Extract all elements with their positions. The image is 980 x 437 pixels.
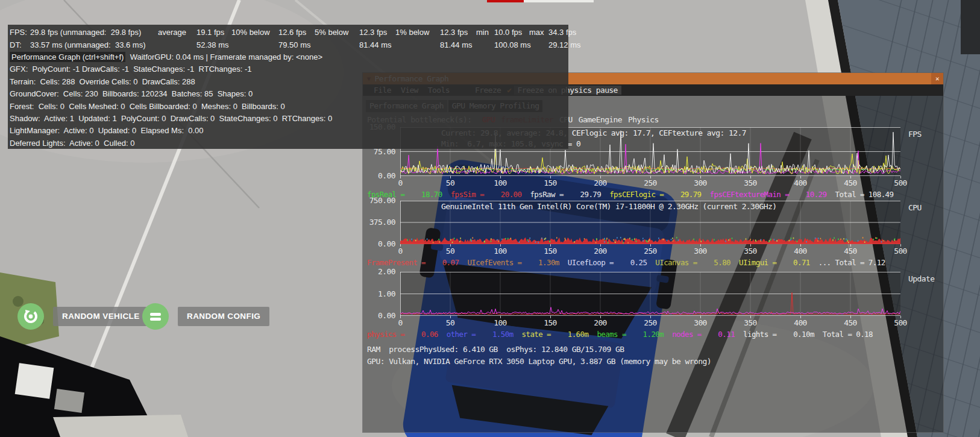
stats-cell: 29.8 fps (unmanaged: 29.8 fps) <box>30 26 158 39</box>
stats-row: DT:33.57 ms (unmanaged: 33.6 ms)52.38 ms… <box>10 39 568 51</box>
legend-item: ... Total = 7.12 <box>818 258 885 267</box>
x-axis-label: 450 <box>838 319 862 327</box>
graph-legend-fps: fpsReal = 18.70fpsSim = 20.00fpsRaw = 29… <box>367 190 893 199</box>
x-axis-label: 250 <box>638 247 662 255</box>
x-axis-label: 100 <box>488 247 512 255</box>
stats-cell: min <box>476 26 494 39</box>
x-axis-label: 50 <box>438 179 462 187</box>
x-axis-label: 500 <box>888 247 912 255</box>
x-axis-label: 400 <box>788 179 812 187</box>
stats-line: LightManager: Active: 0 Updated: 0 Elaps… <box>10 125 568 137</box>
y-axis-label: 750.00 <box>363 196 395 205</box>
stats-line: Forest: Cells: 0 Cells Meshed: 0 Cells B… <box>10 101 568 113</box>
stats-cell: FPS: <box>10 26 30 39</box>
stats-cell: 10.0 fps <box>494 26 529 39</box>
x-axis-label: 500 <box>888 319 912 327</box>
y-axis-label: 1.00 <box>363 290 395 298</box>
x-axis-label: 150 <box>538 247 562 255</box>
legend-item: fpsCEFtextureMain = 10.29 <box>710 190 827 199</box>
perf-graph-hotkey: Performance Graph (ctrl+shift+f) <box>10 52 125 62</box>
stats-cell: 100.08 ms <box>494 39 529 51</box>
stats-cell: 12.6 fps <box>278 26 315 39</box>
stats-line: Deferred Lights: Active: 0 Culled: 0 <box>10 137 568 149</box>
stats-cell: max <box>529 26 548 39</box>
legend-item: lights = 0.10m <box>743 330 814 339</box>
waitforgpu-text: WaitforGPU: 0.04 ms | Framerate managed … <box>125 52 322 61</box>
legend-item: FramePresent = 0.07 <box>367 258 459 267</box>
x-axis-label: 0 <box>388 247 412 255</box>
building-sign <box>15 363 54 399</box>
x-axis-label: 400 <box>788 319 812 327</box>
random-vehicle-button[interactable]: RANDOM VEHICLE <box>17 303 149 330</box>
stats-cell: 12.3 fps <box>359 26 395 39</box>
graph-side-label-cpu: CPU <box>908 204 922 212</box>
stats-cell: 5% below <box>315 26 359 39</box>
random-config-label[interactable]: RANDOM CONFIG <box>178 307 269 326</box>
building-panel <box>54 389 84 413</box>
x-axis-label: 300 <box>688 179 712 187</box>
stats-cell: 19.1 fps <box>196 26 231 39</box>
x-axis-label: 450 <box>838 247 862 255</box>
x-axis-label: 100 <box>488 319 512 327</box>
debug-stats-panel: FPS:29.8 fps (unmanaged: 29.8 fps)averag… <box>8 25 568 149</box>
x-axis-label: 250 <box>638 319 662 327</box>
legend-item: nodes = 0.11 <box>672 330 735 339</box>
x-axis-label: 0 <box>388 179 412 187</box>
random-vehicle-icon[interactable] <box>17 303 44 330</box>
stats-cell: DT: <box>10 39 30 51</box>
stats-cell <box>529 39 548 51</box>
legend-item: UIcanvas = 5.80 <box>655 258 730 267</box>
graph-annotation: GenuineIntel 11th Gen Intel(R) Core(TM) … <box>441 201 776 212</box>
graph-side-label-fps: FPS <box>908 130 922 139</box>
legend-item: UIimgui = 0.71 <box>739 258 810 267</box>
legend-item: physics = 0.06 <box>367 330 438 339</box>
legend-item: Total = 108.49 <box>835 190 893 199</box>
stats-cell: 1% below <box>395 26 440 39</box>
stats-cell: 10% below <box>231 26 278 39</box>
random-config-icon[interactable] <box>142 303 169 330</box>
x-axis-label: 350 <box>738 179 762 187</box>
legend-item: beams = 1.20m <box>597 330 664 339</box>
x-axis-label: 400 <box>788 247 812 255</box>
stats-cell: 29.12 ms <box>548 39 580 51</box>
stats-lines: GFX: PolyCount: -1 DrawCalls: -1 StateCh… <box>10 63 568 149</box>
stats-cell <box>158 39 196 51</box>
x-axis-label: 150 <box>538 179 562 187</box>
stats-line: GFX: PolyCount: -1 DrawCalls: -1 StateCh… <box>10 63 568 75</box>
random-vehicle-label[interactable]: RANDOM VEHICLE <box>53 307 149 326</box>
random-config-button[interactable]: RANDOM CONFIG <box>142 303 269 330</box>
legend-item: Total = 0.18 <box>823 330 873 339</box>
x-axis-label: 200 <box>588 319 612 327</box>
stats-hotkey-line: Performance Graph (ctrl+shift+f) Waitfor… <box>10 51 568 63</box>
x-axis-label: 50 <box>438 319 462 327</box>
loading-bar-white <box>524 0 594 2</box>
x-axis-label: 50 <box>438 247 462 255</box>
stats-rows: FPS:29.8 fps (unmanaged: 29.8 fps)averag… <box>10 26 568 51</box>
stats-line: Shadow: Active: 1 Updated: 1 PolyCount: … <box>10 113 568 125</box>
x-axis-label: 200 <box>588 179 612 187</box>
x-axis-label: 150 <box>538 319 562 327</box>
graph-plot-update <box>400 272 900 316</box>
y-axis-label: 2.00 <box>363 268 395 276</box>
stats-cell: 33.57 ms (unmanaged: 33.6 ms) <box>30 39 158 51</box>
legend-item: fpsCEFlogic = 29.79 <box>609 190 701 199</box>
corner-dark <box>961 0 980 54</box>
y-axis-label: 375.00 <box>363 218 395 227</box>
stats-row: FPS:29.8 fps (unmanaged: 29.8 fps)averag… <box>10 26 568 39</box>
graph-plot-cpu: GenuineIntel 11th Gen Intel(R) Core(TM) … <box>400 201 900 244</box>
x-axis-label: 100 <box>488 179 512 187</box>
x-axis-label: 350 <box>738 247 762 255</box>
legend-item: state = 1.60m <box>522 330 589 339</box>
stats-cell <box>315 39 359 51</box>
stats-cell: 34.3 fps <box>548 26 576 39</box>
legend-item: other = 1.50m <box>447 330 514 339</box>
stats-cell <box>231 39 278 51</box>
stats-cell: 52.38 ms <box>196 39 231 51</box>
gpu-info-line: GPU: Vulkan, NVIDIA GeForce RTX 3050 Lap… <box>367 357 711 366</box>
x-axis-label: 450 <box>838 179 862 187</box>
x-axis-label: 0 <box>388 319 412 327</box>
legend-item: UIcefEvents = 1.30m <box>467 258 559 267</box>
graph-side-label-update: Update <box>908 275 934 283</box>
stats-cell: average <box>158 26 196 39</box>
ram-info-line: RAM processPhysUsed: 6.410 GB osPhys: 12… <box>367 345 624 354</box>
